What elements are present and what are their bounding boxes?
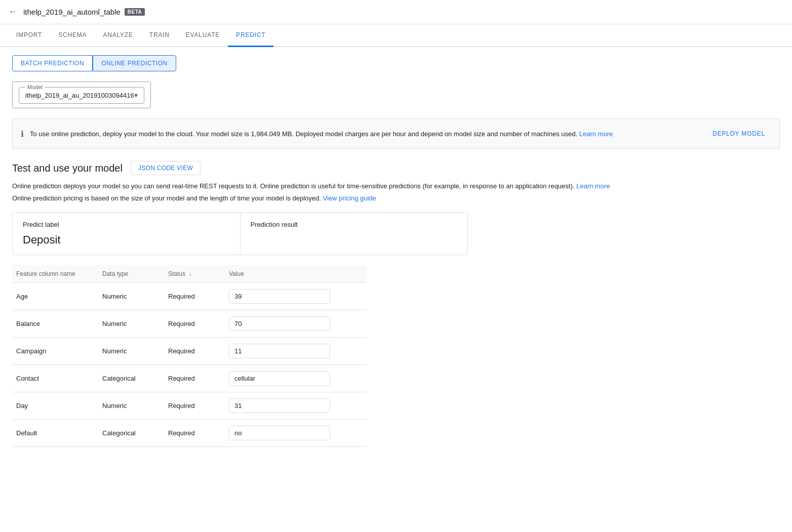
- tab-predict[interactable]: PREDICT: [228, 24, 273, 47]
- tab-analyze[interactable]: ANALYZE: [95, 24, 141, 47]
- prediction-type-tabs: BATCH PREDICTION ONLINE PREDICTION: [12, 55, 780, 71]
- model-legend: Model: [25, 84, 45, 90]
- nav-tabs: IMPORT SCHEMA ANALYZE TRAIN EVALUATE PRE…: [0, 24, 792, 47]
- feature-name-cell: Balance: [12, 310, 98, 337]
- test-header: Test and use your model JSON CODE VIEW: [12, 161, 780, 175]
- value-input[interactable]: [229, 316, 330, 331]
- tab-schema[interactable]: SCHEMA: [50, 24, 95, 47]
- feature-table-header: Feature column name Data type Status ↓ V…: [12, 265, 367, 283]
- feature-name-cell: Contact: [12, 364, 98, 392]
- col-data-type: Data type: [98, 265, 164, 283]
- status-cell: Required: [164, 337, 225, 364]
- value-cell: [225, 282, 367, 310]
- pricing-body: Online prediction pricing is based on th…: [12, 194, 321, 202]
- status-cell: Required: [164, 310, 225, 337]
- description-text: Online prediction deploys your model so …: [12, 181, 780, 191]
- main-content: BATCH PREDICTION ONLINE PREDICTION Model…: [0, 47, 792, 455]
- predict-label-value: Deposit: [23, 233, 230, 247]
- info-icon: ℹ: [21, 129, 24, 139]
- app-title: ithelp_2019_ai_automl_table: [23, 8, 121, 16]
- data-type-cell: Categorical: [98, 419, 164, 446]
- value-input[interactable]: [229, 289, 330, 304]
- info-banner: ℹ To use online prediction, deploy your …: [12, 118, 780, 149]
- prediction-result-title: Prediction result: [251, 221, 458, 228]
- col-status[interactable]: Status ↓: [164, 265, 225, 283]
- value-input[interactable]: [229, 426, 330, 440]
- status-label: Status: [168, 270, 185, 277]
- prediction-area: Predict label Deposit Prediction result: [12, 212, 468, 255]
- info-banner-text: To use online prediction, deploy your mo…: [30, 130, 706, 138]
- json-code-view-button[interactable]: JSON CODE VIEW: [131, 161, 201, 175]
- batch-prediction-tab[interactable]: BATCH PREDICTION: [12, 55, 93, 71]
- model-select[interactable]: ithelp_2019_ai_au_20191003094416: [25, 92, 134, 99]
- feature-table: Feature column name Data type Status ↓ V…: [12, 265, 367, 447]
- value-cell: [225, 364, 367, 392]
- data-type-cell: Numeric: [98, 337, 164, 364]
- desc-body: Online prediction deploys your model so …: [12, 182, 574, 190]
- feature-name-cell: Age: [12, 282, 98, 310]
- model-select-container: Model ithelp_2019_ai_au_20191003094416 ▾: [12, 81, 151, 108]
- table-row: Balance Numeric Required: [12, 310, 367, 337]
- prediction-result-section: Prediction result: [241, 213, 468, 255]
- value-cell: [225, 310, 367, 337]
- back-button[interactable]: ←: [8, 7, 17, 17]
- table-row: Contact Categorical Required: [12, 364, 367, 392]
- predict-label-title: Predict label: [23, 221, 230, 228]
- col-value: Value: [225, 265, 367, 283]
- value-input[interactable]: [229, 371, 330, 386]
- value-cell: [225, 419, 367, 446]
- chevron-down-icon: ▾: [134, 91, 138, 99]
- top-bar: ← ithelp_2019_ai_automl_table BETA: [0, 0, 792, 24]
- feature-name-cell: Campaign: [12, 337, 98, 364]
- pricing-text: Online prediction pricing is based on th…: [12, 194, 780, 202]
- table-row: Day Numeric Required: [12, 392, 367, 419]
- table-row: Campaign Numeric Required: [12, 337, 367, 364]
- info-message: To use online prediction, deploy your mo…: [30, 130, 577, 138]
- header-row: Feature column name Data type Status ↓ V…: [12, 265, 367, 283]
- status-cell: Required: [164, 419, 225, 446]
- tab-train[interactable]: TRAIN: [141, 24, 178, 47]
- table-row: Age Numeric Required: [12, 282, 367, 310]
- value-cell: [225, 392, 367, 419]
- tab-import[interactable]: IMPORT: [8, 24, 50, 47]
- model-select-inner: ithelp_2019_ai_au_20191003094416 ▾: [25, 91, 138, 99]
- status-cell: Required: [164, 364, 225, 392]
- predict-label-section: Predict label Deposit: [13, 213, 241, 255]
- feature-table-body: Age Numeric Required Balance Numeric Req…: [12, 282, 367, 446]
- learn-more-link[interactable]: Learn more: [579, 130, 613, 138]
- value-input[interactable]: [229, 398, 330, 413]
- status-cell: Required: [164, 392, 225, 419]
- data-type-cell: Numeric: [98, 282, 164, 310]
- data-type-cell: Categorical: [98, 364, 164, 392]
- view-pricing-link[interactable]: View pricing guide: [323, 194, 376, 202]
- status-cell: Required: [164, 282, 225, 310]
- tab-evaluate[interactable]: EVALUATE: [178, 24, 228, 47]
- feature-name-cell: Default: [12, 419, 98, 446]
- sort-down-icon: ↓: [189, 271, 191, 277]
- col-feature-name: Feature column name: [12, 265, 98, 283]
- deploy-model-button[interactable]: DEPLOY MODEL: [706, 126, 771, 141]
- data-type-cell: Numeric: [98, 310, 164, 337]
- value-cell: [225, 337, 367, 364]
- model-section: Model ithelp_2019_ai_au_20191003094416 ▾: [12, 81, 780, 108]
- feature-name-cell: Day: [12, 392, 98, 419]
- back-icon: ←: [8, 7, 17, 17]
- value-input[interactable]: [229, 344, 330, 358]
- data-type-cell: Numeric: [98, 392, 164, 419]
- beta-badge: BETA: [125, 8, 145, 16]
- online-prediction-tab[interactable]: ONLINE PREDICTION: [93, 55, 176, 71]
- table-row: Default Categorical Required: [12, 419, 367, 446]
- learn-more-link-2[interactable]: Learn more: [576, 182, 610, 190]
- test-title: Test and use your model: [12, 162, 123, 174]
